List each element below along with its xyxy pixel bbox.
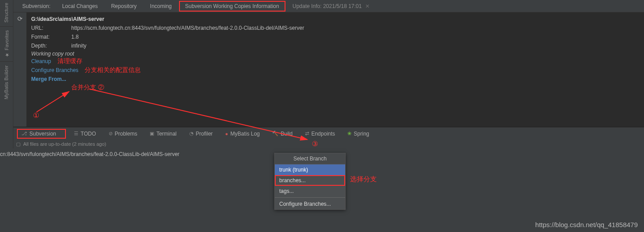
btab-spring[interactable]: ❀Spring (343, 129, 374, 139)
btab-build[interactable]: 🔨Build (268, 129, 297, 139)
divider (0, 26, 13, 27)
warning-icon: ⊘ (109, 131, 113, 136)
sidebar-structure[interactable]: Structure (0, 0, 12, 25)
select-branch-popup: Select Branch trunk (trunk) branches... … (274, 153, 346, 210)
btab-subversion-label: Subversion (29, 131, 56, 137)
annotation-merge: 合并分支 ② (71, 84, 304, 92)
update-info-label: Update Info: 2021/5/18 17:01 (293, 3, 362, 9)
popup-item-branches[interactable]: branches... (275, 175, 345, 186)
branch-icon: ⎇ (21, 131, 27, 136)
annotation-marker-3: ③ (312, 140, 318, 148)
close-icon[interactable]: ✕ (365, 3, 370, 9)
btab-subversion[interactable]: ⎇ Subversion (17, 129, 66, 139)
tab-incoming[interactable]: Incoming (144, 1, 178, 12)
annotation-configure: 分支相关的配置信息 (85, 66, 141, 74)
log-icon: ● (225, 131, 228, 136)
structure-label: Structure (4, 3, 9, 23)
panel-gutter: ⟳ (13, 12, 27, 127)
btab-profiler-label: Profiler (196, 131, 213, 137)
working-copy-path: G:\ideaSrc\aims\AIMS-server (31, 16, 304, 22)
tabs-title: Subversion: (16, 1, 55, 12)
annotation-cleanup: 清理缓存 (57, 57, 82, 65)
tab-local-changes[interactable]: Local Changes (56, 1, 104, 12)
sidebar-mybatis[interactable]: MyBatis Builder (0, 63, 12, 102)
annotation-select-branch: 选择分支 (350, 175, 377, 184)
format-label: Format: (31, 33, 71, 41)
depth-label: Depth: (31, 42, 71, 50)
url-value: https://scm.fulongtech.cn:8443/svn/fulon… (71, 24, 304, 32)
btab-todo[interactable]: ☰TODO (69, 129, 100, 139)
spring-icon: ❀ (347, 131, 351, 136)
path-line: cn:8443/svn/fulongtech/AIMS/branches/fea… (0, 151, 179, 157)
star-icon: ★ (4, 52, 9, 58)
bottom-tool-tabs: ⎇ Subversion ☰TODO ⊘Problems ▣Terminal ◔… (13, 127, 644, 140)
popup-item-configure[interactable]: Configure Branches... (275, 199, 345, 209)
status-bar: ▢ All files are up-to-date (2 minutes ag… (13, 140, 644, 148)
hammer-icon: 🔨 (272, 131, 278, 136)
url-label: URL: (31, 24, 71, 32)
profiler-icon: ◔ (189, 131, 194, 136)
top-tabs: Subversion: Local Changes Repository Inc… (13, 0, 644, 12)
sidebar-favorites[interactable]: ★Favorites (0, 28, 13, 60)
configure-branches-link[interactable]: Configure Branches (31, 66, 78, 75)
annotation-marker-1: ① (33, 111, 39, 120)
merge-from-link[interactable]: Merge From... (31, 75, 66, 84)
terminal-icon: ▣ (150, 131, 154, 136)
btab-build-label: Build (281, 131, 293, 137)
cleanup-link[interactable]: Cleanup (31, 57, 51, 66)
btab-profiler[interactable]: ◔Profiler (185, 129, 217, 139)
favorites-label: Favorites (4, 30, 9, 50)
btab-terminal[interactable]: ▣Terminal (145, 129, 181, 139)
endpoints-icon: ⇄ (305, 131, 309, 136)
list-icon: ☰ (74, 131, 78, 136)
working-copy-details: G:\ideaSrc\aims\AIMS-server URL: https:/… (31, 16, 304, 92)
working-copy-panel: ⟳ G:\ideaSrc\aims\AIMS-server URL: https… (13, 12, 644, 127)
btab-endpoints[interactable]: ⇄Endpoints (301, 129, 339, 139)
tab-repository[interactable]: Repository (105, 1, 143, 12)
watermark: https://blog.csdn.net/qq_41858479 (535, 221, 638, 228)
btab-problems-label: Problems (115, 131, 138, 137)
tab-update-info[interactable]: Update Info: 2021/5/18 17:01 ✕ (286, 1, 376, 12)
status-icon: ▢ (16, 141, 20, 147)
working-copy-root-label: Working copy root (31, 51, 304, 57)
btab-endpoints-label: Endpoints (311, 131, 335, 137)
btab-mybatis-log[interactable]: ●MyBatis Log (221, 129, 265, 139)
status-message: All files are up-to-date (2 minutes ago) (23, 141, 106, 147)
refresh-icon[interactable]: ⟳ (17, 15, 23, 22)
btab-todo-label: TODO (81, 131, 96, 137)
popup-item-trunk[interactable]: trunk (trunk) (275, 164, 345, 175)
depth-value: infinity (71, 42, 86, 50)
popup-item-tags[interactable]: tags... (275, 186, 345, 196)
divider (0, 61, 13, 62)
mybatis-label: MyBatis Builder (4, 65, 9, 99)
tab-svn-working-copies-info[interactable]: Subversion Working Copies Information (179, 1, 285, 12)
btab-spring-label: Spring (354, 131, 369, 137)
btab-problems[interactable]: ⊘Problems (104, 129, 142, 139)
popup-title: Select Branch (275, 153, 345, 164)
btab-terminal-label: Terminal (156, 131, 176, 137)
btab-mybatislog-label: MyBatis Log (230, 131, 260, 137)
popup-divider (275, 197, 345, 198)
format-value: 1.8 (71, 33, 79, 41)
